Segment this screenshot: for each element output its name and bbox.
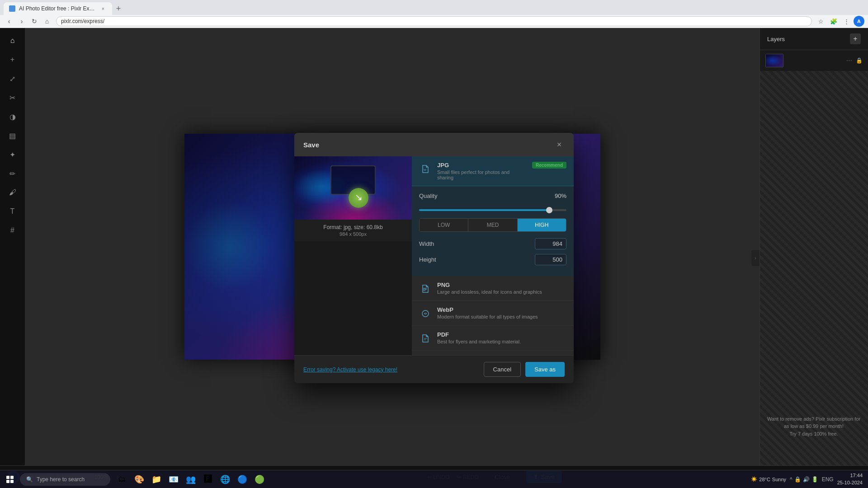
layer-thumbnail [765, 54, 783, 67]
sidebar-transform-icon[interactable]: ⤢ [5, 70, 21, 87]
save-as-btn[interactable]: Save as [525, 362, 565, 377]
speaker-icon[interactable]: 🔊 [803, 476, 810, 483]
taskbar-app-green[interactable]: 🟢 [251, 471, 268, 488]
dialog-body: ↖ Format: jpg, size: 60.8kb 984 x 500px [294, 156, 574, 355]
taskbar-pixlr-btn[interactable]: 🅿 [200, 471, 216, 488]
dialog-footer: Error saving? Activate use legacy here! … [294, 355, 574, 383]
quality-med-btn[interactable]: MED [468, 219, 517, 231]
sidebar-layers-icon[interactable]: ▤ [5, 127, 21, 144]
taskbar-edge-btn[interactable]: 🔵 [234, 471, 250, 488]
layer-lock-icon[interactable]: 🔒 [856, 57, 863, 64]
address-bar[interactable]: pixlr.com/express/ [56, 16, 812, 26]
show-hidden-icon[interactable]: ^ [790, 476, 793, 483]
date-display: 25-10-2024 [837, 479, 863, 486]
height-input[interactable] [535, 254, 566, 265]
jpg-desc: Small files perfect for photos and shari… [437, 169, 527, 180]
active-tab[interactable]: AI Photo Editor free : Pixlr Expr... × [4, 2, 112, 15]
taskbar-paint-btn[interactable]: 🎨 [131, 471, 147, 488]
save-dialog: Save × ↖ Format: jpg, size: 60.8kb [294, 133, 574, 383]
sidebar-adjust-icon[interactable]: ◑ [5, 108, 21, 125]
layers-background [760, 71, 868, 465]
dialog-close-btn[interactable]: × [554, 139, 565, 150]
quality-low-btn[interactable]: LOW [420, 219, 468, 231]
windows-icon [6, 476, 14, 483]
taskbar-widgets-btn[interactable]: 🗂 [114, 471, 130, 488]
taskbar-explorer-btn[interactable]: 📁 [148, 471, 165, 488]
layer-options-icon[interactable]: ··· [846, 56, 852, 65]
app-container: ⌂ + ⤢ ✂ ◑ ▤ ✦ ✏ 🖌 T # Layers + [0, 28, 868, 488]
width-input[interactable] [535, 238, 566, 249]
svg-rect-1 [425, 288, 426, 290]
webp-desc: Modern format suitable for all types of … [437, 314, 566, 319]
browser-toolbar: ‹ › ↻ ⌂ pixlr.com/express/ ☆ 🧩 ⋮ A [0, 15, 868, 28]
sidebar-pattern-icon[interactable]: # [5, 222, 21, 239]
home-btn[interactable]: ⌂ [42, 16, 52, 27]
cursor-indicator: ↖ [349, 188, 368, 208]
preview-image: ↖ [294, 156, 412, 220]
tab-favicon [9, 5, 15, 12]
address-text: pixlr.com/express/ [61, 18, 104, 24]
profile-btn[interactable]: A [854, 16, 864, 27]
more-icon[interactable]: ⋮ [841, 16, 852, 27]
sidebar-text-icon[interactable]: T [5, 203, 21, 220]
weather-condition: Sunny [772, 477, 786, 482]
sidebar-brush-icon[interactable]: 🖌 [5, 184, 21, 201]
new-tab-btn[interactable]: + [112, 2, 125, 15]
webp-name: WebP [437, 306, 566, 313]
layers-add-btn[interactable]: + [850, 33, 861, 44]
network-icon[interactable]: 🔒 [794, 476, 801, 483]
taskbar: 🔍 Type here to search 🗂 🎨 📁 📧 👥 🅿 🌐 🔵 🟢 … [0, 470, 868, 488]
tab-close-btn[interactable]: × [99, 5, 107, 12]
pdf-name: PDF [437, 331, 566, 338]
legacy-link[interactable]: legacy here! [368, 366, 397, 373]
taskbar-teams-btn[interactable]: 👥 [183, 471, 199, 488]
weather-info: ☀️ 28°C Sunny [751, 476, 786, 482]
sidebar-add-icon[interactable]: + [5, 52, 21, 68]
quality-value: 90% [555, 192, 566, 199]
taskbar-apps: 🗂 🎨 📁 📧 👥 🅿 🌐 🔵 🟢 [114, 471, 268, 488]
sidebar-pencil-icon[interactable]: ✏ [5, 165, 21, 182]
format-pdf-option[interactable]: PDF Best for flyers and marketing materi… [412, 326, 574, 351]
cursor-arrow-icon: ↖ [355, 192, 363, 203]
quality-slider-container [419, 205, 566, 213]
quality-slider[interactable] [419, 209, 566, 211]
toolbar-icons: ☆ 🧩 ⋮ A [816, 16, 864, 27]
sidebar-home-icon[interactable]: ⌂ [5, 33, 21, 49]
subscription-ad: Want to remove ads? Pixlr subscription f… [760, 410, 868, 443]
collapse-sidebar-btn[interactable]: › [751, 250, 760, 266]
cancel-btn[interactable]: Cancel [484, 362, 521, 377]
taskbar-mail-btn[interactable]: 📧 [165, 471, 182, 488]
quality-row: Quality 90% [419, 192, 566, 199]
pdf-format-info: PDF Best for flyers and marketing materi… [437, 331, 566, 344]
png-format-info: PNG Large and lossless, ideal for icons … [437, 282, 566, 295]
taskbar-chrome-btn[interactable]: 🌐 [217, 471, 233, 488]
format-jpg-option[interactable]: JPG Small files perfect for photos and s… [412, 156, 574, 186]
jpg-icon [419, 163, 432, 175]
weather-temp: 28°C [759, 477, 770, 482]
bookmark-icon[interactable]: ☆ [816, 16, 826, 27]
taskbar-search[interactable]: 🔍 Type here to search [20, 473, 110, 486]
back-btn[interactable]: ‹ [4, 16, 14, 27]
start-btn[interactable] [0, 470, 20, 488]
width-row: Width [419, 238, 566, 249]
extensions-icon[interactable]: 🧩 [828, 16, 839, 27]
png-desc: Large and lossless, ideal for icons and … [437, 289, 566, 295]
format-pxz-option[interactable]: PXZ Complete pixlr document for storage/… [412, 351, 574, 355]
system-tray-icons: ^ 🔒 🔊 🔋 [790, 476, 818, 483]
battery-icon[interactable]: 🔋 [811, 476, 818, 483]
format-png-option[interactable]: PNG Large and lossless, ideal for icons … [412, 276, 574, 301]
sidebar-effects-icon[interactable]: ✦ [5, 146, 21, 163]
footer-buttons: Cancel Save as [484, 362, 565, 377]
tab-title: AI Photo Editor free : Pixlr Expr... [19, 5, 96, 12]
refresh-btn[interactable]: ↻ [29, 16, 40, 27]
format-webp-option[interactable]: WebP Modern format suitable for all type… [412, 301, 574, 326]
error-link[interactable]: Error saving? Activate use legacy here! [303, 366, 397, 373]
time-display: 17:44 [837, 472, 863, 479]
layer-item[interactable]: ··· 🔒 [760, 50, 868, 71]
preview-dimensions-label: 984 x 500px [301, 231, 406, 237]
forward-btn[interactable]: › [16, 16, 27, 27]
quality-high-btn[interactable]: HIGH [518, 219, 566, 231]
pdf-icon [419, 332, 432, 345]
png-icon [419, 282, 432, 295]
sidebar-scissors-icon[interactable]: ✂ [5, 89, 21, 106]
